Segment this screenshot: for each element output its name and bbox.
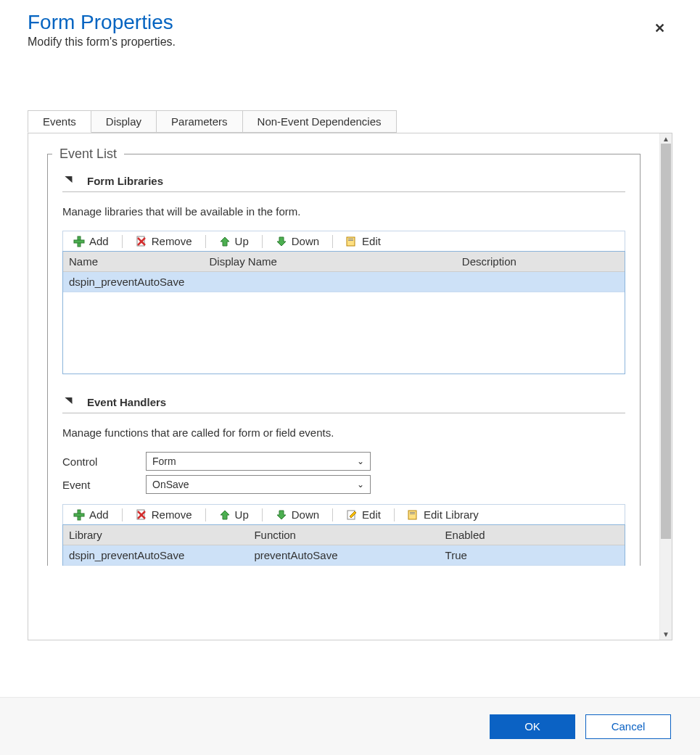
event-handlers-desc: Manage functions that are called for for…	[62, 426, 625, 439]
event-value: OnSave	[152, 479, 189, 490]
tab-events[interactable]: Events	[28, 110, 91, 133]
close-icon: ✕	[654, 21, 665, 36]
col-enabled[interactable]: Enabled	[440, 525, 625, 545]
form-libraries-grid: Name Display Name Description dspin_prev…	[62, 251, 625, 374]
control-label: Control	[62, 455, 146, 468]
separator	[205, 508, 206, 521]
col-name[interactable]: Name	[63, 252, 204, 271]
separator	[122, 508, 123, 521]
separator	[332, 508, 333, 521]
event-select[interactable]: OnSave ⌄	[146, 475, 371, 494]
control-value: Form	[152, 455, 176, 467]
scroll-up-icon[interactable]: ▲	[660, 135, 672, 143]
cell-enabled: True	[440, 545, 625, 565]
svg-rect-6	[348, 239, 353, 239]
svg-rect-16	[410, 513, 415, 514]
col-display-name[interactable]: Display Name	[204, 252, 456, 271]
event-list-legend: Event List	[52, 147, 124, 162]
separator	[262, 508, 263, 521]
col-description[interactable]: Description	[456, 252, 625, 271]
svg-rect-5	[347, 237, 355, 246]
separator	[262, 235, 263, 248]
ok-button[interactable]: OK	[490, 714, 575, 739]
add-button[interactable]: Add	[67, 507, 115, 522]
tab-parameters[interactable]: Parameters	[156, 110, 243, 133]
add-label: Add	[89, 508, 109, 521]
scrollbar[interactable]: ▲ ▼	[659, 133, 672, 640]
up-label: Up	[235, 508, 249, 521]
collapse-icon[interactable]	[65, 397, 75, 404]
event-handlers-toolbar: Add Remove Up	[62, 504, 625, 524]
chevron-down-icon: ⌄	[357, 479, 364, 490]
svg-rect-14	[408, 511, 416, 519]
footer: OK Cancel	[0, 697, 700, 755]
cell-display-name	[204, 272, 456, 292]
tabs: Events Display Parameters Non-Event Depe…	[28, 110, 672, 133]
remove-button[interactable]: Remove	[130, 507, 198, 522]
event-list-group: Event List Form Libraries Manage librari…	[47, 147, 641, 566]
up-icon	[219, 509, 231, 521]
form-libraries-title: Form Libraries	[87, 175, 163, 187]
down-label: Down	[292, 508, 319, 521]
svg-rect-1	[74, 240, 84, 243]
edit-icon	[346, 509, 358, 521]
add-button[interactable]: Add	[67, 234, 115, 249]
scroll-down-icon[interactable]: ▼	[660, 630, 672, 638]
scrollbar-thumb[interactable]	[661, 144, 671, 539]
table-row[interactable]: dspin_preventAutoSave preventAutoSave Tr…	[63, 545, 625, 566]
event-handlers-title: Event Handlers	[87, 396, 166, 408]
cell-library: dspin_preventAutoSave	[63, 545, 248, 565]
edit-button[interactable]: Edit	[340, 234, 387, 249]
up-label: Up	[235, 235, 249, 247]
edit-library-button[interactable]: Edit Library	[402, 507, 485, 522]
svg-rect-9	[74, 513, 84, 516]
edit-library-icon	[408, 509, 419, 521]
separator	[122, 235, 123, 248]
form-libraries-desc: Manage libraries that will be available …	[62, 205, 625, 218]
page-subtitle: Modify this form's properties.	[28, 36, 672, 49]
close-button[interactable]: ✕	[654, 20, 665, 36]
remove-label: Remove	[152, 508, 192, 521]
edit-library-label: Edit Library	[424, 508, 479, 521]
cell-name: dspin_preventAutoSave	[63, 272, 204, 292]
down-label: Down	[292, 235, 319, 247]
form-libraries-toolbar: Add Remove Up	[62, 231, 625, 251]
svg-rect-15	[410, 512, 415, 513]
chevron-down-icon: ⌄	[357, 456, 364, 466]
edit-icon	[346, 236, 358, 247]
cell-description	[456, 272, 625, 292]
event-handlers-section: Event Handlers Manage functions that are…	[48, 374, 640, 566]
up-button[interactable]: Up	[213, 234, 255, 249]
cancel-button[interactable]: Cancel	[585, 714, 671, 739]
tab-display[interactable]: Display	[91, 110, 157, 133]
remove-icon	[136, 509, 147, 521]
up-icon	[219, 236, 231, 247]
edit-label: Edit	[362, 508, 381, 521]
table-row[interactable]: dspin_preventAutoSave	[63, 272, 625, 292]
event-label: Event	[62, 479, 146, 491]
separator	[332, 235, 333, 248]
collapse-icon[interactable]	[65, 176, 75, 183]
down-icon	[276, 509, 287, 521]
col-function[interactable]: Function	[248, 525, 439, 545]
down-button[interactable]: Down	[270, 234, 325, 249]
add-icon	[73, 236, 85, 247]
up-button[interactable]: Up	[213, 507, 255, 522]
page-title: Form Properties	[28, 11, 672, 34]
remove-label: Remove	[152, 235, 192, 247]
event-handlers-grid: Library Function Enabled dspin_preventAu…	[62, 524, 625, 566]
add-icon	[73, 509, 85, 521]
tab-non-event-dependencies[interactable]: Non-Event Dependencies	[242, 110, 397, 133]
svg-rect-7	[348, 240, 353, 241]
control-select[interactable]: Form ⌄	[146, 452, 371, 471]
remove-icon	[136, 236, 147, 247]
col-library[interactable]: Library	[63, 525, 248, 545]
add-label: Add	[89, 235, 109, 247]
edit-button[interactable]: Edit	[340, 507, 387, 522]
remove-button[interactable]: Remove	[130, 234, 198, 249]
edit-label: Edit	[362, 235, 381, 247]
form-libraries-section: Form Libraries Manage libraries that wil…	[48, 162, 640, 374]
down-button[interactable]: Down	[270, 507, 325, 522]
separator	[205, 235, 206, 248]
cell-function: preventAutoSave	[248, 545, 439, 565]
